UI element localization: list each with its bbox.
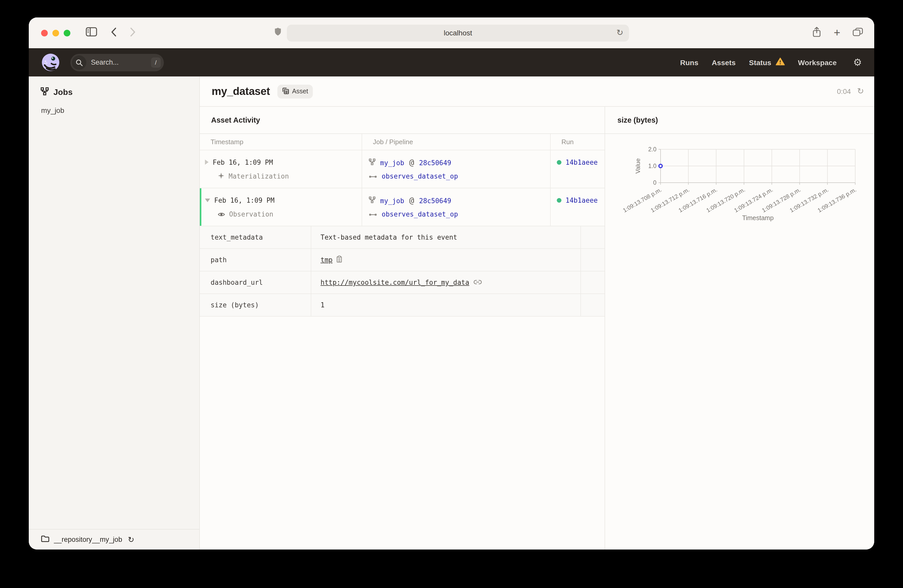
activity-table-header: Timestamp Job / Pipeline Run [200,134,604,151]
dashboard-url-link[interactable]: http://mycoolsite.com/url_for_my_data [321,279,469,286]
event-row-observation[interactable]: Feb 16, 1:09 PM Observ [200,188,604,226]
forward-icon[interactable] [130,27,136,39]
url-text: localhost [444,29,472,37]
nav-runs[interactable]: Runs [680,58,698,66]
collapse-caret-icon[interactable] [205,198,210,202]
window-controls [41,30,70,36]
chart-title: size (bytes) [605,107,874,134]
materialization-sparkle-icon [218,171,225,181]
global-search-input[interactable]: Search... / [70,53,164,71]
path-link[interactable]: tmp [321,256,333,264]
event-timestamp: Feb 16, 1:09 PM [214,196,275,204]
op-icon [369,171,377,181]
svg-text:2.0: 2.0 [648,146,656,153]
metadata-value: Text-based metadata for this event [321,234,457,241]
run-id-link[interactable]: 14b1aeee [566,196,598,204]
zoom-window-button[interactable] [64,30,70,36]
sidebar-item-my-job[interactable]: my_job [29,97,199,114]
metadata-value: 1 [321,301,325,309]
asset-type-badge: Asset [277,85,313,98]
sidebar-toggle-icon[interactable] [86,27,97,39]
nav-assets[interactable]: Assets [712,58,736,66]
svg-text:0: 0 [653,179,656,186]
event-timestamp: Feb 16, 1:09 PM [212,158,273,166]
new-tab-icon[interactable]: + [834,27,840,39]
minimize-window-button[interactable] [52,30,59,36]
nav-status[interactable]: Status [749,57,785,67]
browser-toolbar: localhost ↻ + [29,17,874,48]
svg-text:Timestamp: Timestamp [742,214,774,221]
asset-title-row: my_dataset Asset 0:04 ↻ [200,77,874,107]
app-header: Search... / Runs Assets Status [29,48,874,77]
address-bar[interactable]: localhost ↻ [287,24,629,41]
sidebar-section-title: Jobs [53,88,73,97]
event-row-materialization[interactable]: Feb 16, 1:09 PM Materialization [200,151,604,188]
svg-text:Value: Value [634,158,641,174]
run-status-dot [557,198,562,202]
col-job-pipeline: Job / Pipeline [362,134,550,150]
job-hash-link[interactable]: 28c50649 [419,159,451,166]
at-separator: @ [409,195,414,205]
event-type-label: Materialization [228,172,289,180]
close-window-button[interactable] [41,30,48,36]
search-placeholder: Search... [91,58,151,66]
share-icon[interactable] [812,27,821,39]
event-type-label: Observation [229,210,273,218]
job-link[interactable]: my_job [380,197,404,204]
settings-gear-icon[interactable]: ⚙ [853,58,862,67]
asset-activity-panel: Asset Activity Timestamp Job / Pipeline … [200,107,605,549]
copy-clipboard-icon[interactable] [337,256,342,264]
metadata-row-size-bytes: size (bytes) 1 [200,294,604,317]
folder-icon [41,535,49,544]
privacy-shield-icon[interactable] [274,27,282,39]
svg-text:1.0: 1.0 [648,163,656,169]
repository-refresh-icon[interactable]: ↻ [128,536,134,543]
job-graph-icon [369,157,376,167]
back-icon[interactable] [110,27,116,39]
job-hash-link[interactable]: 28c50649 [419,197,451,204]
page-title: my_dataset [212,85,270,97]
search-shortcut-key: / [151,57,161,67]
observation-eye-icon [218,209,225,219]
browser-window: localhost ↻ + [29,17,874,549]
op-icon [369,209,377,219]
run-id-link[interactable]: 14b1aeee [566,158,598,166]
tab-overview-icon[interactable] [853,27,863,38]
warning-triangle-icon [776,57,785,67]
asset-badge-label: Asset [292,88,308,95]
asset-activity-title: Asset Activity [200,107,604,134]
dagster-logo-icon[interactable] [41,53,60,72]
metadata-row-path: path tmp [200,249,604,271]
metadata-key: path [200,249,311,271]
job-link[interactable]: my_job [380,159,404,166]
external-link-icon[interactable] [474,279,481,286]
repository-name: __repository__my_job [54,536,122,543]
run-status-dot [557,160,562,165]
refresh-icon[interactable]: ↻ [857,87,864,96]
reload-icon[interactable]: ↻ [617,29,623,37]
nav-workspace[interactable]: Workspace [798,58,837,66]
top-nav: Runs Assets Status Workspace ⚙ [680,57,862,67]
search-icon [72,55,86,69]
expand-caret-icon[interactable] [205,160,209,165]
op-link[interactable]: observes_dataset_op [382,172,458,180]
col-timestamp: Timestamp [200,134,362,150]
op-link[interactable]: observes_dataset_op [382,210,458,218]
metadata-row-dashboard-url: dashboard_url http://mycoolsite.com/url_… [200,271,604,294]
metadata-plot-panel: size (bytes) 1:09:13.708 p.m.1:09:13.712… [605,107,874,549]
metadata-key: size (bytes) [200,294,311,316]
asset-table-icon [282,87,289,96]
metadata-row-text-metadata: text_metadata Text-based metadata for th… [200,226,604,249]
col-run: Run [550,134,604,150]
jobs-graph-icon [41,87,49,97]
refresh-timer: 0:04 [837,87,851,96]
desktop: localhost ↻ + [0,0,903,588]
at-separator: @ [409,157,414,167]
size-bytes-chart: 1:09:13.708 p.m.1:09:13.712 p.m.1:09:13.… [605,134,874,231]
metadata-key: dashboard_url [200,271,311,293]
job-graph-icon [369,195,376,205]
repository-bar: __repository__my_job ↻ [29,529,199,549]
metadata-key: text_metadata [200,226,311,248]
left-sidebar: Jobs my_job __repository__my_job ↻ [29,77,200,549]
